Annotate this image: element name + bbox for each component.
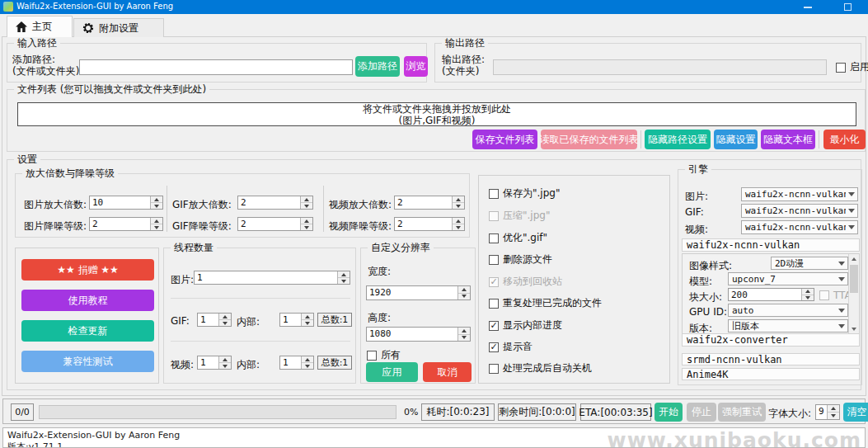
sound-alert-checkbox[interactable]: 提示音 (489, 340, 533, 354)
spin-up-icon[interactable] (453, 196, 464, 203)
maximize-window-button[interactable] (835, 0, 860, 14)
spin-down-icon[interactable] (301, 203, 312, 209)
spin-value[interactable]: 2 (90, 218, 150, 230)
spin-down-icon[interactable] (219, 320, 231, 326)
tab-extra-settings[interactable]: 附加设置 (73, 18, 164, 37)
spin-down-icon[interactable] (302, 320, 313, 326)
spin-value[interactable]: 1 (198, 356, 218, 369)
shutdown-after-finish-checkbox[interactable]: 处理完成后自动关机 (489, 361, 592, 375)
output-path-enable-checkbox[interactable]: 启用 (836, 60, 868, 74)
donate-button[interactable]: ★★ 捐赠 ★★ (21, 259, 154, 281)
checkbox-box[interactable] (489, 189, 499, 199)
spin-down-icon[interactable] (828, 413, 839, 419)
compatibility-test-button[interactable]: 兼容性测试 (21, 351, 154, 372)
spin-value[interactable]: 2 (238, 218, 300, 230)
show-internal-progress-checkbox[interactable]: 显示内部进度 (489, 318, 562, 332)
start-button[interactable]: 开始 (655, 403, 683, 422)
spin-up-icon[interactable] (151, 218, 162, 224)
version-dropdown[interactable]: 旧版本 (728, 319, 848, 332)
checkbox-box[interactable] (489, 233, 499, 243)
spin-up-icon[interactable] (338, 271, 350, 278)
engine-gif-dropdown[interactable]: waifu2x-ncnn-vulkan (741, 204, 858, 218)
image-style-dropdown[interactable]: 2D动漫 (771, 257, 848, 270)
clear-button[interactable]: 清空 (843, 403, 868, 422)
checkbox-box[interactable] (489, 299, 499, 309)
spin-value[interactable]: 1 (280, 356, 301, 369)
threads-gif-internal-spinbox[interactable]: 1 (279, 313, 314, 327)
spin-down-icon[interactable] (458, 335, 470, 342)
threads-video-internal-spinbox[interactable]: 1 (279, 356, 314, 370)
spin-down-icon[interactable] (802, 295, 814, 301)
engine-section-waifu2x-converter[interactable]: waifu2x-converter (682, 333, 860, 347)
spin-value[interactable]: 2 (395, 196, 452, 209)
cancel-resolution-button[interactable]: 取消 (423, 362, 472, 382)
check-update-button[interactable]: 检查更新 (21, 320, 154, 342)
spin-down-icon[interactable] (458, 294, 470, 300)
threads-image-spinbox[interactable]: 1 (194, 271, 350, 285)
spin-up-icon[interactable] (302, 314, 313, 320)
spin-up-icon[interactable] (219, 356, 231, 363)
engine-image-dropdown[interactable]: waifu2x-ncnn-vulkan (741, 187, 858, 201)
spin-up-icon[interactable] (219, 314, 231, 320)
spin-down-icon[interactable] (219, 363, 231, 369)
spin-value[interactable]: 10 (90, 196, 150, 209)
image-denoise-spinbox[interactable]: 2 (89, 217, 163, 231)
spin-down-icon[interactable] (301, 224, 312, 230)
spin-up-icon[interactable] (458, 286, 470, 294)
checkbox-box[interactable] (367, 351, 377, 361)
model-dropdown[interactable]: upconv_7 (728, 272, 848, 285)
engine-scrollbar[interactable] (848, 254, 859, 334)
save-file-list-button[interactable]: 保存文件列表 (472, 130, 537, 149)
width-spinbox[interactable]: 1920 (366, 285, 471, 300)
spin-up-icon[interactable] (453, 218, 464, 224)
spin-value[interactable]: 200 (729, 289, 801, 300)
spin-up-icon[interactable] (802, 289, 814, 295)
spin-value[interactable]: 1080 (367, 328, 457, 341)
spin-value[interactable]: 9 (816, 405, 827, 419)
spin-up-icon[interactable] (302, 356, 313, 363)
video-denoise-spinbox[interactable]: 2 (394, 217, 465, 231)
file-drop-zone[interactable]: 将文件或文件夹拖拽并投放到此处 (图片,GIF和视频) (17, 102, 856, 126)
engine-video-dropdown[interactable]: waifu2x-ncnn-vulkan (741, 220, 858, 234)
spin-down-icon[interactable] (338, 278, 350, 284)
font-size-spinbox[interactable]: 9 (815, 404, 840, 420)
threads-video-spinbox[interactable]: 1 (197, 356, 232, 370)
engine-section-anime4k[interactable]: Anime4K (682, 368, 860, 380)
browse-button[interactable]: 浏览 (404, 56, 428, 77)
checkbox-box[interactable] (489, 342, 499, 352)
engine-section-srmd-ncnn-vulkan[interactable]: srmd-ncnn-vulkan (682, 353, 860, 365)
scrollbar-thumb[interactable] (850, 265, 858, 293)
spin-up-icon[interactable] (301, 218, 312, 224)
minimize-to-tray-button[interactable]: 最小化 (823, 130, 866, 149)
spin-up-icon[interactable] (301, 196, 312, 203)
checkbox-box[interactable] (489, 255, 499, 265)
reprocess-finished-checkbox[interactable]: 重复处理已完成的文件 (489, 296, 602, 310)
spin-value[interactable]: 1920 (367, 286, 457, 299)
hide-settings-button[interactable]: 隐藏设置 (714, 130, 758, 149)
spin-value[interactable]: 2 (238, 196, 300, 209)
spin-up-icon[interactable] (151, 196, 162, 203)
tutorial-button[interactable]: 使用教程 (21, 290, 154, 311)
minimize-window-button[interactable] (795, 0, 820, 14)
spin-down-icon[interactable] (453, 224, 464, 230)
gif-denoise-spinbox[interactable]: 2 (237, 217, 313, 231)
spin-value[interactable]: 1 (280, 314, 301, 326)
spin-value[interactable]: 1 (195, 271, 337, 284)
gif-scale-spinbox[interactable]: 2 (237, 196, 313, 210)
tile-size-spinbox[interactable]: 200 (728, 288, 814, 301)
spin-down-icon[interactable] (453, 203, 464, 209)
save-as-jpg-checkbox[interactable]: 保存为".jpg" (489, 186, 560, 200)
checkbox-box[interactable] (836, 63, 846, 73)
spin-value[interactable]: 2 (395, 218, 452, 230)
spin-down-icon[interactable] (151, 224, 162, 230)
tab-home[interactable]: 主页 (7, 16, 73, 37)
spin-up-icon[interactable] (458, 328, 470, 335)
checkbox-box[interactable] (489, 321, 499, 331)
height-spinbox[interactable]: 1080 (366, 327, 471, 342)
spin-up-icon[interactable] (828, 405, 839, 413)
engine-section-waifu2x-ncnn-vulkan[interactable]: waifu2x-ncnn-vulkan (682, 238, 860, 252)
optimize-gif-checkbox[interactable]: 优化".gif" (489, 231, 547, 245)
checkbox-box[interactable] (489, 364, 499, 374)
hide-paths-button[interactable]: 隐藏路径设置 (645, 130, 711, 149)
video-scale-spinbox[interactable]: 2 (394, 196, 465, 210)
